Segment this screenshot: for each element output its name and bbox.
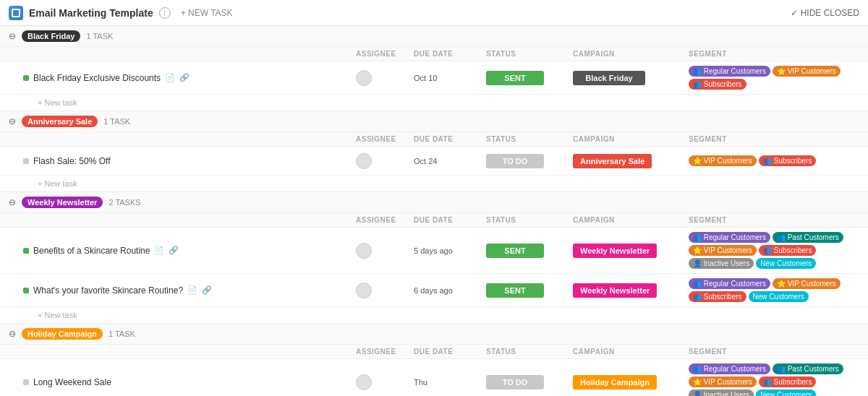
due-date-cell: Thu	[414, 378, 486, 387]
task-row: What's your favorite Skincare Routine?📄🔗…	[0, 274, 868, 307]
status-badge: TO DO	[486, 154, 544, 168]
group-header-black-friday[interactable]: ⊖ Black Friday 1 TASK	[0, 26, 868, 47]
avatar	[356, 374, 372, 390]
assignee-cell[interactable]	[356, 153, 414, 169]
segment-tag[interactable]: ⭐ VIP Customers	[773, 278, 841, 289]
status-badge: TO DO	[486, 375, 544, 389]
assignee-cell[interactable]	[356, 283, 414, 298]
segment-tag[interactable]: 👤 Inactive Users	[689, 389, 754, 396]
group-chevron-holiday-campaign: ⊖	[9, 329, 16, 339]
segment-tag[interactable]: 👥 Subscribers	[759, 155, 817, 166]
task-name[interactable]: Black Friday Exclusive Discounts	[33, 73, 161, 83]
group-task-count-holiday-campaign: 1 TASK	[109, 330, 135, 338]
campaign-cell[interactable]: Holiday Campaign	[573, 375, 689, 389]
assignee-cell[interactable]	[356, 374, 414, 390]
segment-tag[interactable]: ⭐ VIP Customers	[773, 66, 841, 77]
group-chevron-anniversary-sale: ⊖	[9, 116, 16, 126]
col-header-3: STATUS	[486, 50, 573, 58]
segment-tag[interactable]: 👥 Regular Customers	[689, 363, 770, 374]
status-cell[interactable]: SENT	[486, 244, 573, 258]
task-row: Flash Sale: 50% OffOct 24TO DOAnniversar…	[0, 147, 868, 176]
campaign-cell[interactable]: Black Friday	[573, 71, 689, 85]
segment-tag[interactable]: ⭐ VIP Customers	[689, 376, 757, 387]
link-icon[interactable]: 🔗	[169, 246, 179, 255]
segment-tag[interactable]: New Customers	[756, 258, 816, 269]
campaign-cell[interactable]: Weekly Newsletter	[573, 244, 689, 258]
col-header-0	[9, 348, 356, 356]
task-row: Benefits of a Skincare Routine📄🔗5 days a…	[0, 228, 868, 274]
add-task-row[interactable]: + New task	[0, 95, 868, 111]
new-task-button[interactable]: + NEW TASK	[176, 7, 237, 20]
task-name-cell: Flash Sale: 50% Off	[9, 156, 356, 166]
info-icon[interactable]: i	[159, 7, 171, 19]
avatar	[356, 243, 372, 259]
app-wrapper: Email Marketing Template i + NEW TASK ✓ …	[0, 0, 868, 396]
priority-dot	[23, 379, 29, 385]
status-cell[interactable]: SENT	[486, 71, 573, 85]
segment-tag[interactable]: New Customers	[756, 389, 816, 396]
link-icon[interactable]: 🔗	[202, 285, 212, 295]
due-date-cell: 6 days ago	[414, 286, 486, 295]
task-name[interactable]: What's your favorite Skincare Routine?	[33, 285, 183, 296]
status-cell[interactable]: TO DO	[486, 375, 573, 389]
hide-closed-button[interactable]: ✓ HIDE CLOSED	[791, 8, 859, 18]
segment-tag[interactable]: 👥 Past Customers	[773, 363, 843, 374]
col-header-0	[9, 216, 356, 224]
group-task-count-weekly-newsletter: 2 TASKS	[109, 198, 140, 207]
group-header-weekly-newsletter[interactable]: ⊖ Weekly Newsletter 2 TASKS	[0, 192, 868, 213]
campaign-badge: Anniversary Sale	[573, 154, 652, 168]
segment-tag[interactable]: ⭐ VIP Customers	[689, 245, 757, 256]
add-task-row[interactable]: + New task	[0, 307, 868, 323]
add-task-row[interactable]: + New task	[0, 176, 868, 191]
priority-dot	[23, 288, 29, 293]
segment-tag[interactable]: New Customers	[749, 291, 809, 302]
col-header-5: SEGMENT	[689, 348, 868, 356]
col-header-1: ASSIGNEE	[356, 216, 414, 224]
task-name[interactable]: Benefits of a Skincare Routine	[33, 246, 150, 256]
assignee-cell[interactable]	[356, 243, 414, 259]
col-header-2: DUE DATE	[414, 135, 486, 143]
segment-cell: 👥 Regular Customers⭐ VIP Customers👥 Subs…	[689, 278, 868, 302]
assignee-cell[interactable]	[356, 70, 414, 86]
doc-icon[interactable]: 📄	[187, 285, 197, 295]
col-header-3: STATUS	[486, 135, 573, 143]
campaign-cell[interactable]: Weekly Newsletter	[573, 283, 689, 298]
col-header-5: SEGMENT	[689, 50, 868, 58]
segment-tag[interactable]: 👥 Regular Customers	[689, 278, 770, 289]
status-cell[interactable]: TO DO	[486, 154, 573, 168]
group-anniversary-sale: ⊖ Anniversary Sale 1 TASK ASSIGNEEDUE DA…	[0, 111, 868, 192]
task-row: Long Weekend SaleThuTO DOHoliday Campaig…	[0, 359, 868, 396]
task-name[interactable]: Flash Sale: 50% Off	[33, 156, 111, 166]
status-badge: SENT	[486, 283, 544, 298]
task-name-cell: Long Weekend Sale	[9, 377, 356, 387]
doc-icon[interactable]: 📄	[154, 246, 164, 255]
group-header-anniversary-sale[interactable]: ⊖ Anniversary Sale 1 TASK	[0, 111, 868, 132]
status-cell[interactable]: SENT	[486, 283, 573, 298]
due-date-cell: Oct 24	[414, 157, 486, 165]
segment-tag[interactable]: 👥 Subscribers	[759, 376, 817, 387]
col-header-0	[9, 50, 356, 58]
group-weekly-newsletter: ⊖ Weekly Newsletter 2 TASKS ASSIGNEEDUE …	[0, 192, 868, 324]
segment-tag[interactable]: ⭐ VIP Customers	[689, 155, 757, 166]
status-badge: SENT	[486, 244, 544, 258]
segment-tag[interactable]: 👥 Past Customers	[773, 232, 843, 243]
segment-tag[interactable]: 👥 Subscribers	[759, 245, 817, 256]
group-header-holiday-campaign[interactable]: ⊖ Holiday Campaign 1 TASK	[0, 324, 868, 345]
due-date-cell: 5 days ago	[414, 246, 486, 255]
campaign-badge: Weekly Newsletter	[573, 283, 657, 298]
campaign-badge: Black Friday	[573, 71, 645, 85]
segment-tag[interactable]: 👥 Subscribers	[689, 79, 746, 90]
link-icon[interactable]: 🔗	[179, 73, 190, 82]
campaign-cell[interactable]: Anniversary Sale	[573, 154, 689, 168]
segment-tag[interactable]: 👥 Regular Customers	[689, 66, 770, 77]
col-header-3: STATUS	[486, 216, 573, 224]
task-name[interactable]: Long Weekend Sale	[33, 377, 111, 387]
segment-tag[interactable]: 👤 Inactive Users	[689, 258, 754, 269]
page-title: Email Marketing Template	[29, 7, 153, 19]
group-task-count-black-friday: 1 TASK	[86, 32, 113, 40]
due-date-cell: Oct 10	[414, 74, 486, 82]
segment-tag[interactable]: 👥 Regular Customers	[689, 232, 770, 243]
doc-icon[interactable]: 📄	[165, 73, 175, 82]
task-name-cell: Benefits of a Skincare Routine📄🔗	[9, 246, 356, 256]
segment-tag[interactable]: 👥 Subscribers	[689, 291, 746, 302]
